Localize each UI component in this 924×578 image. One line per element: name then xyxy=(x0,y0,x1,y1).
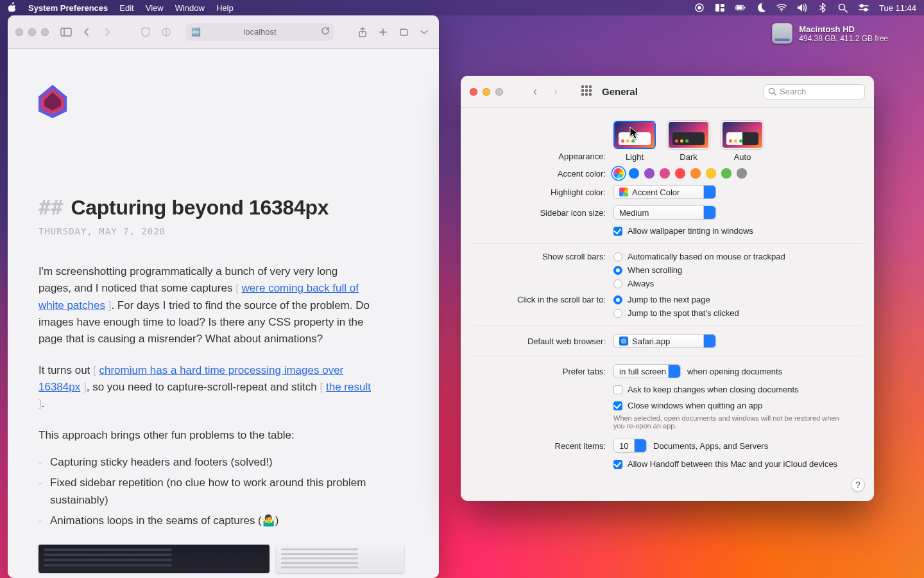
label-scroll: Show scroll bars: xyxy=(472,252,613,261)
status-battery-icon[interactable] xyxy=(735,3,746,13)
menubar-app-name[interactable]: System Preferences xyxy=(28,3,108,13)
site-settings-icon[interactable]: 🔤 xyxy=(191,28,201,37)
post-images xyxy=(38,545,372,573)
new-tab-icon[interactable] xyxy=(376,25,390,39)
traffic-close-icon[interactable] xyxy=(15,28,23,36)
click-spot-radio[interactable]: Jump to the spot that's clicked xyxy=(613,308,739,318)
accent-red[interactable] xyxy=(675,168,685,179)
traffic-min-icon[interactable] xyxy=(483,88,490,96)
share-icon[interactable] xyxy=(355,25,370,39)
post-p2a: It turns out xyxy=(38,364,93,376)
appearance-dark[interactable]: Dark xyxy=(667,121,710,162)
hard-drive-icon xyxy=(772,23,792,44)
list-item: Capturing sticky headers and footers (so… xyxy=(38,454,372,471)
click-next-radio[interactable]: Jump to the next page xyxy=(613,295,710,304)
status-controlcenter-icon[interactable] xyxy=(859,3,869,13)
default-browser-select[interactable]: Safari.app ▲▼ xyxy=(613,334,716,348)
menu-view[interactable]: View xyxy=(146,3,164,13)
checkbox-icon xyxy=(613,385,622,394)
menubar-clock[interactable]: Tue 11:44 xyxy=(879,3,916,13)
accent-orange[interactable] xyxy=(690,168,701,179)
sidebar-toggle-icon[interactable] xyxy=(59,25,73,39)
svg-rect-1 xyxy=(697,6,701,10)
accent-graphite[interactable] xyxy=(737,168,747,179)
traffic-min-icon[interactable] xyxy=(28,28,36,36)
handoff-checkbox[interactable]: Allow Handoff between this Mac and your … xyxy=(613,459,837,469)
scroll-auto-label: Automatically based on mouse or trackpad xyxy=(628,252,785,261)
accent-multicolor[interactable] xyxy=(613,168,624,179)
prefer-tabs-select[interactable]: in full screen ▲▼ xyxy=(613,364,681,378)
traffic-max-icon[interactable] xyxy=(495,88,503,96)
screenshot-thumb-light[interactable] xyxy=(276,545,404,573)
svg-rect-7 xyxy=(744,7,745,9)
back-button-icon[interactable] xyxy=(80,25,94,39)
label-click: Click in the scroll bar to: xyxy=(472,295,613,304)
highlight-value: Accent Color xyxy=(632,188,680,197)
scroll-auto-radio[interactable]: Automatically based on mouse or trackpad xyxy=(613,252,785,261)
menu-window[interactable]: Window xyxy=(175,3,205,13)
post-p2c: . xyxy=(42,398,45,410)
menu-edit[interactable]: Edit xyxy=(119,3,133,13)
overflow-icon[interactable] xyxy=(417,25,431,39)
status-dnd-icon[interactable] xyxy=(756,3,766,13)
reader-icon[interactable] xyxy=(159,25,173,39)
scroll-always-radio[interactable]: Always xyxy=(613,279,654,288)
status-bluetooth-icon[interactable] xyxy=(817,3,828,13)
post-p3: This approach brings other fun problems … xyxy=(38,427,372,444)
click-next-label: Jump to the next page xyxy=(628,295,710,304)
sidebar-size-value: Medium xyxy=(619,208,649,218)
highlight-swatch-icon xyxy=(619,188,628,197)
appearance-auto[interactable]: Auto xyxy=(721,121,764,162)
status-screenrecord-icon[interactable] xyxy=(694,3,705,13)
site-logo-icon[interactable] xyxy=(38,85,67,118)
forward-button-icon[interactable] xyxy=(100,25,114,39)
screenshot-thumb-dark[interactable] xyxy=(38,545,270,573)
label-appearance: Appearance: xyxy=(472,121,613,161)
list-item: Animations loops in the seams of capture… xyxy=(38,512,372,529)
link-result[interactable]: the result xyxy=(326,381,371,393)
accent-blue[interactable] xyxy=(629,168,639,179)
status-volume-icon[interactable] xyxy=(797,3,807,13)
safari-traffic-lights[interactable] xyxy=(15,28,49,36)
status-wifi-icon[interactable] xyxy=(776,3,787,13)
prefs-forward-icon[interactable]: › xyxy=(549,85,562,98)
help-button[interactable]: ? xyxy=(851,478,865,492)
tabs-overview-icon[interactable] xyxy=(397,25,411,39)
highlight-color-select[interactable]: Accent Color ▲▼ xyxy=(613,185,716,199)
sidebar-size-select[interactable]: Medium ▲▼ xyxy=(613,206,716,220)
shield-icon[interactable] xyxy=(139,25,153,39)
svg-point-10 xyxy=(860,4,863,7)
recent-items-select[interactable]: 10 ▲▼ xyxy=(613,439,647,453)
close-checkbox[interactable]: Close windows when quitting an app xyxy=(613,401,762,410)
system-preferences-window: ‹ › General Search Appearance: Light Dar… xyxy=(461,76,874,501)
scroll-when-radio[interactable]: When scrolling xyxy=(613,265,682,275)
status-tiling-icon[interactable] xyxy=(715,3,725,13)
label-browser: Default web browser: xyxy=(472,337,613,346)
prefs-back-icon[interactable]: ‹ xyxy=(529,85,542,98)
safari-window: 🔤 localhost ## Capturing beyond 16384px … xyxy=(8,15,439,578)
url-bar[interactable]: 🔤 localhost xyxy=(186,23,334,41)
traffic-close-icon[interactable] xyxy=(470,88,477,96)
traffic-max-icon[interactable] xyxy=(41,28,49,36)
scroll-always-label: Always xyxy=(628,279,654,288)
prefs-pane-title: General xyxy=(602,86,638,97)
label-recent: Recent items: xyxy=(472,441,613,451)
prefs-traffic-lights[interactable] xyxy=(470,88,503,96)
menu-help[interactable]: Help xyxy=(216,3,234,13)
heading-marker: ## xyxy=(38,195,64,220)
status-spotlight-icon[interactable] xyxy=(838,3,848,13)
reload-icon[interactable] xyxy=(321,26,330,37)
apple-menu-icon[interactable] xyxy=(8,2,17,14)
desktop-disk-badge[interactable]: Macintosh HD 494.38 GB, 411.2 GB free xyxy=(772,23,888,44)
svg-rect-12 xyxy=(61,28,71,36)
ask-checkbox[interactable]: Ask to keep changes when closing documen… xyxy=(613,385,799,394)
radio-icon xyxy=(613,309,622,318)
prefs-grid-icon[interactable] xyxy=(581,85,594,98)
accent-pink[interactable] xyxy=(660,168,670,179)
accent-green[interactable] xyxy=(721,168,732,179)
tint-checkbox[interactable]: Allow wallpaper tinting in windows xyxy=(613,226,753,236)
accent-yellow[interactable] xyxy=(706,168,716,179)
prefs-search-field[interactable]: Search xyxy=(764,84,865,100)
accent-purple[interactable] xyxy=(644,168,654,179)
browser-value: Safari.app xyxy=(632,337,670,346)
